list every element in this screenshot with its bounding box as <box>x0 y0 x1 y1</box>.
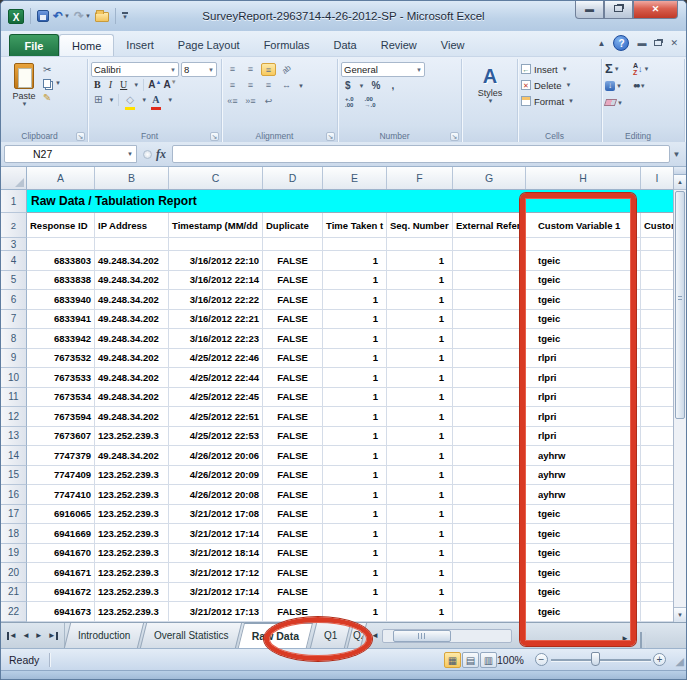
zoom-level[interactable]: 100% <box>497 654 524 666</box>
row-number[interactable]: 10 <box>1 368 27 388</box>
cell[interactable]: FALSE <box>263 485 323 505</box>
page-layout-view-button[interactable]: ▤ <box>462 652 479 668</box>
cell[interactable] <box>641 329 673 349</box>
cell[interactable]: FALSE <box>263 466 323 486</box>
cell[interactable]: 1 <box>387 563 453 583</box>
cell[interactable]: 1 <box>387 349 453 369</box>
open-button[interactable] <box>95 10 109 22</box>
report-title-cell[interactable]: Raw Data / Tabulation Report <box>27 190 673 213</box>
cell[interactable]: 3/16/2012 22:22 <box>169 290 263 310</box>
column-header-c[interactable]: C <box>169 167 263 189</box>
expand-formula-bar-icon[interactable]: ▼ <box>670 150 683 159</box>
row-number[interactable]: 2 <box>1 213 27 238</box>
row-number[interactable]: 22 <box>1 602 27 622</box>
align-right-button[interactable]: ≡ <box>261 79 276 92</box>
cell[interactable]: 6941672 <box>27 583 95 603</box>
row-number[interactable]: 4 <box>1 251 27 271</box>
cell[interactable]: Time Taken t <box>323 213 387 238</box>
cell[interactable]: 49.248.34.202 <box>95 271 169 291</box>
cell[interactable]: ayhrw <box>526 485 641 505</box>
decrease-decimal-button[interactable]: .00→.0 <box>361 96 380 108</box>
scroll-right-icon[interactable]: ► <box>618 634 632 643</box>
align-bottom-button[interactable]: ≡ <box>261 63 276 76</box>
column-header-d[interactable]: D <box>263 167 323 189</box>
cell[interactable]: 1 <box>387 466 453 486</box>
tab-review[interactable]: Review <box>369 34 429 56</box>
cell[interactable]: 1 <box>323 329 387 349</box>
cut-button[interactable]: ✂ <box>43 64 61 75</box>
cell[interactable]: 1 <box>323 368 387 388</box>
split-handle[interactable] <box>674 167 686 175</box>
cell[interactable]: 1 <box>323 446 387 466</box>
cell[interactable] <box>453 290 526 310</box>
cell[interactable]: FALSE <box>263 251 323 271</box>
cell[interactable] <box>453 349 526 369</box>
number-format-combo[interactable]: General▼ <box>341 62 425 77</box>
cell[interactable] <box>453 583 526 603</box>
cell[interactable] <box>453 407 526 427</box>
cell[interactable] <box>453 505 526 525</box>
row-number[interactable]: 18 <box>1 524 27 544</box>
workbook-minimize-button[interactable]: ▬ <box>637 38 646 48</box>
cell[interactable]: 6833940 <box>27 290 95 310</box>
alignment-dialog-launcher[interactable]: ↘ <box>326 132 335 141</box>
cell[interactable]: 49.248.34.202 <box>95 349 169 369</box>
autosum-button[interactable]: Σ▼ <box>605 61 623 76</box>
cell[interactable]: 7673534 <box>27 388 95 408</box>
percent-style-button[interactable]: % <box>368 80 385 91</box>
cell[interactable]: 4/25/2012 22:46 <box>169 349 263 369</box>
insert-function-button[interactable]: fx <box>156 147 166 162</box>
cell[interactable]: 49.248.34.202 <box>95 446 169 466</box>
cell[interactable]: 1 <box>323 427 387 447</box>
italic-button[interactable]: I <box>106 78 115 92</box>
cell[interactable] <box>526 238 641 251</box>
increase-decimal-button[interactable]: +.0.00 <box>341 96 358 108</box>
cell[interactable] <box>453 388 526 408</box>
cell[interactable]: Response ID <box>27 213 95 238</box>
cell[interactable]: 7747410 <box>27 485 95 505</box>
cell[interactable]: 123.252.239.3 <box>95 602 169 622</box>
cell[interactable]: 1 <box>387 290 453 310</box>
vertical-scroll-thumb[interactable] <box>675 191 685 419</box>
cell[interactable]: 123.252.239.3 <box>95 427 169 447</box>
cell[interactable] <box>453 563 526 583</box>
cell[interactable]: 123.252.239.3 <box>95 524 169 544</box>
cell[interactable] <box>641 290 673 310</box>
cell[interactable]: 1 <box>387 602 453 622</box>
cell[interactable] <box>641 349 673 369</box>
cell[interactable] <box>453 602 526 622</box>
cell[interactable]: 6941673 <box>27 602 95 622</box>
minimize-ribbon-icon[interactable]: ▲ <box>598 39 606 48</box>
tab-view[interactable]: View <box>429 34 477 56</box>
cell[interactable]: 4/26/2012 20:08 <box>169 485 263 505</box>
cell[interactable]: rlpri <box>526 368 641 388</box>
cell[interactable]: 3/21/2012 17:12 <box>169 563 263 583</box>
cell[interactable] <box>169 238 263 251</box>
cell[interactable]: 3/21/2012 18:14 <box>169 544 263 564</box>
cell[interactable]: 123.252.239.3 <box>95 563 169 583</box>
column-header-g[interactable]: G <box>453 167 526 189</box>
column-header-f[interactable]: F <box>387 167 453 189</box>
cell[interactable]: 3/21/2012 17:14 <box>169 583 263 603</box>
row-number[interactable]: 1 <box>1 190 27 213</box>
row-number[interactable]: 9 <box>1 349 27 369</box>
cell[interactable] <box>641 485 673 505</box>
tab-data[interactable]: Data <box>321 34 368 56</box>
cell[interactable]: 1 <box>387 407 453 427</box>
accounting-format-button[interactable]: $ <box>341 80 355 91</box>
cell[interactable]: Custom V <box>641 213 673 238</box>
merge-center-button[interactable]: ↔ <box>279 79 294 92</box>
find-select-button[interactable]: ●●▼ <box>633 78 650 93</box>
horizontal-scroll-thumb[interactable] <box>393 630 451 642</box>
vertical-scrollbar[interactable]: ▲ ▼ <box>673 167 686 622</box>
cell[interactable] <box>95 238 169 251</box>
align-top-button[interactable]: ≡ <box>225 63 240 76</box>
cell[interactable]: rlpri <box>526 388 641 408</box>
cell[interactable]: 6941669 <box>27 524 95 544</box>
cell[interactable]: 7673533 <box>27 368 95 388</box>
cell[interactable]: FALSE <box>263 505 323 525</box>
cell[interactable] <box>641 583 673 603</box>
cell[interactable]: 6941670 <box>27 544 95 564</box>
cell[interactable] <box>323 238 387 251</box>
cell[interactable]: 4/25/2012 22:45 <box>169 388 263 408</box>
